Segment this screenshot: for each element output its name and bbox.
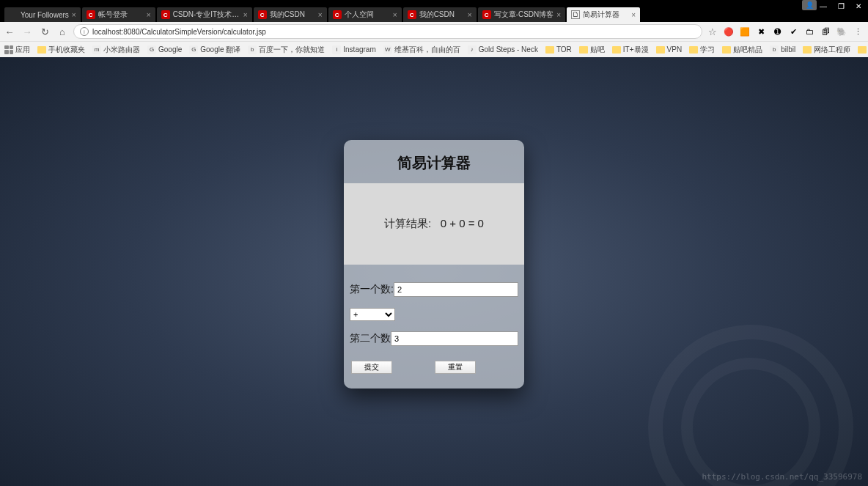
browser-tab-1[interactable]: C帐号登录× [82, 7, 155, 22]
browser-tab-5[interactable]: C我的CSDN× [403, 7, 477, 22]
tab-strip: Your Followers×C帐号登录×CCSDN-专业IT技术社区×C我的C… [0, 6, 868, 22]
tab-favicon: C [333, 10, 342, 19]
result-label: 计算结果: [384, 217, 431, 229]
tab-close-icon[interactable]: × [72, 11, 76, 19]
tab-favicon: 🗋 [571, 10, 580, 19]
bookmark-15[interactable]: bbilbil [770, 45, 795, 54]
browser-tab-7[interactable]: 🗋简易计算器× [567, 7, 640, 22]
tab-title: CSDN-专业IT技术社区 [173, 10, 240, 20]
forward-button[interactable]: → [22, 26, 32, 37]
tab-favicon [9, 10, 18, 19]
tab-title: 简易计算器 [583, 10, 628, 20]
folder-icon [545, 46, 554, 54]
tab-close-icon[interactable]: × [556, 11, 561, 19]
result-display: 计算结果: 0 + 0 = 0 [344, 183, 524, 265]
bookmark-1[interactable]: 手机收藏夹 [37, 45, 85, 55]
bookmark-label: 贴吧精品 [733, 45, 762, 55]
profile-icon[interactable]: 👤 [802, 0, 817, 10]
folder-icon [656, 46, 665, 54]
num1-input[interactable] [394, 282, 518, 297]
page-content: 简易计算器 计算结果: 0 + 0 = 0 第一个数: + 第二个数 提交 重置 [0, 57, 868, 486]
bookmark-7[interactable]: W维基百科，自由的百 [383, 45, 460, 55]
extension-icon-0[interactable]: 🔴 [723, 26, 735, 37]
num2-input[interactable] [391, 331, 518, 346]
bookmark-label: IT+暴漫 [623, 45, 649, 55]
tab-favicon: C [258, 10, 267, 19]
calculator-title: 简易计算器 [344, 140, 524, 183]
extension-icon-6[interactable]: 🗐 [820, 26, 831, 37]
bookmark-label: 手机收藏夹 [48, 45, 85, 55]
site-icon: G [147, 45, 156, 54]
calculator-panel: 简易计算器 计算结果: 0 + 0 = 0 第一个数: + 第二个数 提交 重置 [344, 140, 524, 389]
site-icon: i [332, 45, 341, 54]
reset-button[interactable]: 重置 [435, 361, 476, 374]
tab-favicon: C [161, 10, 170, 19]
tab-favicon: C [408, 10, 416, 19]
bookmark-6[interactable]: iInstagram [332, 45, 375, 54]
operator-select[interactable]: + [350, 308, 395, 321]
bookmark-9[interactable]: TOR [545, 45, 572, 54]
bookmark-label: 网络工程师 [814, 45, 850, 55]
bookmark-2[interactable]: m小米路由器 [92, 45, 140, 55]
bookmark-14[interactable]: 贴吧精品 [722, 45, 762, 55]
tab-close-icon[interactable]: × [631, 11, 636, 19]
site-icon: m [92, 45, 101, 54]
bookmark-5[interactable]: b百度一下，你就知道 [248, 45, 325, 55]
tab-close-icon[interactable]: × [468, 11, 472, 19]
bookmark-12[interactable]: VPN [656, 45, 683, 54]
extension-icon-4[interactable]: ✔ [787, 26, 799, 37]
extension-icon-8[interactable]: ⋮ [852, 26, 864, 37]
extension-icons: 🔴🟧✖➊✔🗀🗐🐘⋮ [723, 26, 864, 37]
bookmark-star-icon[interactable]: ☆ [708, 26, 717, 37]
bookmark-16[interactable]: 网络工程师 [803, 45, 850, 55]
tab-close-icon[interactable]: × [318, 11, 323, 19]
num1-label: 第一个数: [350, 283, 394, 296]
browser-tab-0[interactable]: Your Followers× [4, 7, 81, 22]
back-button[interactable]: ← [4, 26, 15, 37]
browser-tab-6[interactable]: C写文章-CSDN博客× [478, 7, 566, 22]
bookmark-8[interactable]: ♪Gold Steps - Neck [468, 45, 538, 54]
site-info-icon[interactable]: i [80, 27, 89, 36]
tab-title: 写文章-CSDN博客 [494, 10, 554, 20]
tab-title: 我的CSDN [419, 10, 465, 20]
bookmark-17[interactable]: 学习 [858, 45, 868, 55]
bookmark-4[interactable]: GGoogle 翻译 [189, 45, 240, 55]
extension-icon-3[interactable]: ➊ [771, 26, 783, 37]
home-button[interactable]: ⌂ [57, 26, 67, 37]
reload-button[interactable]: ↻ [40, 26, 50, 37]
folder-icon [612, 46, 621, 54]
extension-icon-1[interactable]: 🟧 [739, 26, 751, 37]
bookmark-label: VPN [667, 45, 683, 54]
tab-close-icon[interactable]: × [393, 11, 397, 19]
bookmark-0[interactable]: 应用 [4, 45, 30, 55]
tab-favicon: C [87, 10, 95, 19]
window-close[interactable]: ✕ [852, 1, 865, 10]
background-swirl [648, 325, 853, 486]
bookmark-label: TOR [556, 45, 572, 54]
tab-close-icon[interactable]: × [243, 11, 248, 19]
site-icon: b [248, 45, 257, 54]
submit-button[interactable]: 提交 [351, 361, 392, 374]
window-minimize[interactable]: — [817, 1, 830, 10]
bookmark-13[interactable]: 学习 [689, 45, 715, 55]
browser-tab-3[interactable]: C我的CSDN× [254, 7, 327, 22]
folder-icon [37, 46, 46, 54]
url-input[interactable]: i localhost:8080/CalculatorSimpleVersion… [73, 24, 702, 39]
bookmarks-bar: 应用手机收藏夹m小米路由器GGoogleGGoogle 翻译b百度一下，你就知道… [0, 41, 868, 57]
browser-tab-2[interactable]: CCSDN-专业IT技术社区× [157, 7, 252, 22]
extension-icon-5[interactable]: 🗀 [803, 26, 815, 37]
extension-icon-7[interactable]: 🐘 [836, 26, 847, 37]
bookmark-10[interactable]: 贴吧 [579, 45, 605, 55]
tab-title: 个人空间 [345, 10, 390, 20]
tab-title: 帐号登录 [98, 10, 144, 20]
folder-icon [803, 46, 812, 54]
bookmark-3[interactable]: GGoogle [147, 45, 182, 54]
url-text: localhost:8080/CalculatorSimpleVersion/c… [92, 28, 266, 36]
extension-icon-2[interactable]: ✖ [755, 26, 767, 37]
browser-tab-4[interactable]: C个人空间× [328, 7, 402, 22]
window-maximize[interactable]: ❐ [834, 1, 847, 10]
tab-close-icon[interactable]: × [147, 11, 151, 19]
bookmark-label: 小米路由器 [103, 45, 140, 55]
bookmark-11[interactable]: IT+暴漫 [612, 45, 649, 55]
num2-label: 第二个数 [350, 332, 391, 345]
